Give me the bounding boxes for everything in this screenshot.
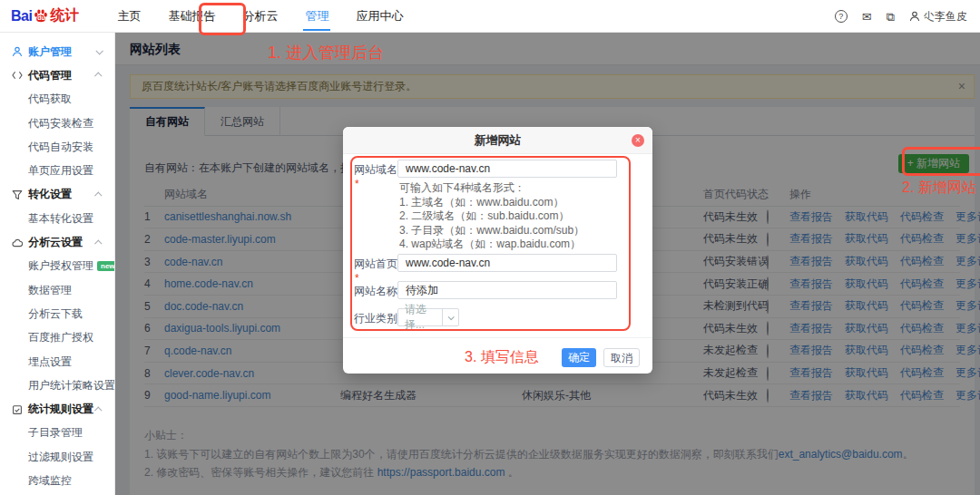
user-name: 尐李鱼皮 [924,9,967,24]
copy-icon[interactable]: ⧉ [887,11,895,23]
sidebar-item-代码安装检查[interactable]: 代码安装检查 [0,112,114,135]
nav-item-主页[interactable]: 主页 [117,0,141,33]
sidebar-item-label: 代码获取 [28,92,72,107]
sidebar-item-label: 百度推广授权 [28,330,93,345]
sidebar-item-label: 账户授权管理 [28,258,93,274]
baidu-tongji-logo[interactable]: Bai du 统计 [11,6,78,25]
logo-text-du: du [33,15,49,21]
annotation-step3-text: 3. 填写信息 [465,348,539,367]
sidebar-item-label: 基本转化设置 [28,211,93,227]
chevron-up-icon [94,406,102,413]
sidebar-group-账户管理[interactable]: 账户管理 [0,40,114,63]
user-icon [11,46,23,58]
sidebar-item-label: 代码自动安装 [28,140,93,155]
modal-title: 新增网站 [343,127,652,154]
sidebar-item-代码自动安装[interactable]: 代码自动安装 [0,135,114,159]
chevron-up-icon [94,239,102,247]
sidebar-group-label: 分析云设置 [28,235,83,250]
sidebar-group-label: 代码管理 [28,68,72,83]
top-nav: Bai du 统计 主页基础报告分析云管理应用中心 ? ✉ ⧉ 尐李鱼皮 [0,0,980,33]
sidebar-item-账户授权管理[interactable]: 账户授权管理new [0,255,114,278]
sidebar-item-用户统计策略设置[interactable]: 用户统计策略设置 [0,374,114,397]
modal-close-icon[interactable]: × [632,134,644,147]
nav-item-分析云[interactable]: 分析云 [242,0,278,33]
sidebar-group-代码管理[interactable]: 代码管理 [0,63,114,87]
sidebar-item-百度推广授权[interactable]: 百度推广授权 [0,326,114,350]
nav-menu: 主页基础报告分析云管理应用中心 [103,0,416,32]
nav-right-tools: ? ✉ ⧉ 尐李鱼皮 [835,0,967,33]
sidebar-item-代码获取[interactable]: 代码获取 [0,88,114,112]
help-icon[interactable]: ? [835,10,848,23]
person-icon [909,11,920,22]
sidebar-group-label: 转化设置 [28,187,72,202]
sidebar-item-label: 数据管理 [28,283,72,298]
sidebar-item-过滤规则设置[interactable]: 过滤规则设置 [0,445,114,469]
logo-text-tongji: 统计 [50,6,78,25]
annotation-step1-text: 1. 进入管理后台 [268,42,384,63]
sidebar-group-分析云设置[interactable]: 分析云设置 [0,230,114,254]
logo-text-bai: Bai [11,8,32,24]
sidebar-item-埋点设置[interactable]: 埋点设置 [0,350,114,374]
sidebar-item-数据管理[interactable]: 数据管理 [0,278,114,302]
sidebar-item-单页应用设置[interactable]: 单页应用设置 [0,159,114,182]
sidebar-item-label: 跨域监控 [28,473,72,489]
chevron-down-icon [95,47,103,54]
baidu-paw-icon: du [33,8,49,24]
sidebar-item-分析云下载[interactable]: 分析云下载 [0,302,114,325]
sidebar-item-label: 分析云下载 [28,306,83,322]
code-icon [11,70,23,82]
sidebar-item-label: 子目录管理 [28,425,83,441]
sidebar-item-label: 埋点设置 [28,354,72,370]
mail-icon[interactable]: ✉ [862,11,872,23]
sidebar-item-label: 单页应用设置 [28,163,93,179]
sidebar-group-统计规则设置[interactable]: 统计规则设置 [0,397,114,421]
sidebar-group-转化设置[interactable]: 转化设置 [0,183,114,207]
new-badge: new [97,261,115,271]
annotation-box-manage-tab [199,3,246,35]
annotation-step2-text: 2. 新增网站 [902,179,976,198]
sidebar-item-label: 代码安装检查 [28,116,93,131]
user-menu[interactable]: 尐李鱼皮 [909,9,967,24]
sidebar-item-label: 用户统计策略设置 [28,378,115,393]
confirm-button[interactable]: 确定 [562,348,596,367]
sidebar-item-跨域监控[interactable]: 跨域监控 [0,469,114,492]
cloud-icon [11,237,23,248]
sidebar: 账户管理代码管理代码获取代码安装检查代码自动安装单页应用设置转化设置基本转化设置… [0,33,115,495]
sidebar-group-label: 账户管理 [28,44,72,60]
sidebar-item-基本转化设置[interactable]: 基本转化设置 [0,207,114,230]
annotation-box-form [350,156,631,331]
sidebar-item-label: 过滤规则设置 [28,450,93,465]
doc-icon [11,403,23,415]
nav-item-应用中心[interactable]: 应用中心 [356,0,403,33]
annotation-box-add-button [902,147,980,176]
cancel-button[interactable]: 取消 [603,348,640,367]
chevron-up-icon [94,191,102,199]
chevron-up-icon [94,73,102,80]
sidebar-item-子目录管理[interactable]: 子目录管理 [0,422,114,445]
baidu-tongji-app: Bai du 统计 主页基础报告分析云管理应用中心 ? ✉ ⧉ 尐李鱼皮 [0,0,980,495]
sidebar-group-label: 统计规则设置 [28,402,93,417]
nav-item-管理[interactable]: 管理 [305,0,328,33]
funnel-icon [11,189,23,200]
